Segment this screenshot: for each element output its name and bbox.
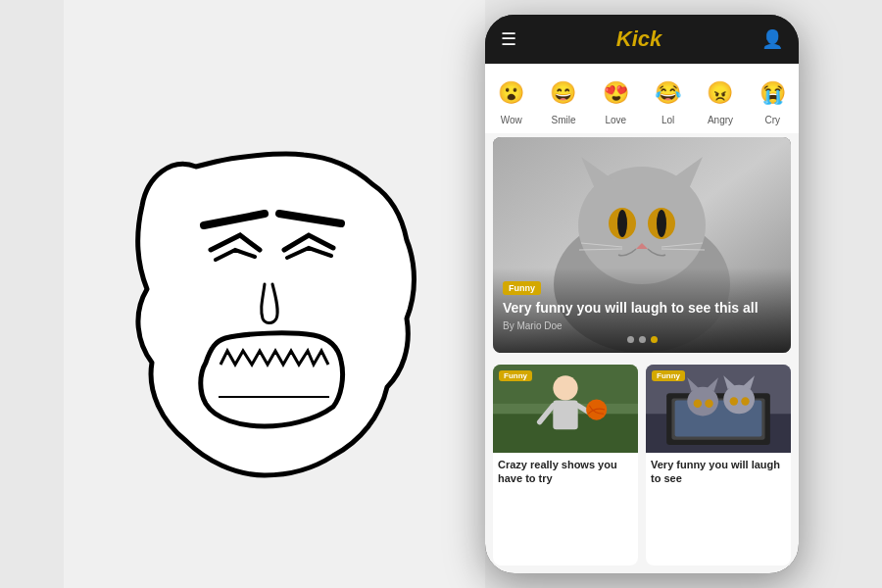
small-card-2-title: Very funny you will laugh to see [651,458,786,486]
app-title: Kick [616,26,662,52]
troll-face-drawing [118,108,431,480]
svg-point-39 [730,397,738,405]
hero-tag-badge: Funny [503,281,541,295]
wow-emoji-icon: 😮 [492,74,531,113]
svg-point-38 [705,399,712,407]
angry-label: Angry [708,115,733,125]
small-card-2[interactable]: Funny Very funny you will laugh to see [646,365,791,565]
love-label: Love [605,115,626,125]
user-icon[interactable]: 👤 [761,28,783,50]
emoji-love[interactable]: 😍 Love [596,74,635,125]
dot-1 [627,336,634,343]
emoji-smile[interactable]: 😄 Smile [544,74,583,125]
cry-label: Cry [765,115,781,125]
small-card-1-text: Crazy really shows you have to try [493,453,638,491]
hero-overlay: Funny Very funny you will laugh to see t… [493,268,791,353]
smile-label: Smile [551,115,575,125]
emoji-angry[interactable]: 😠 Angry [701,74,740,125]
drawing-area [64,0,485,588]
emoji-row: 😮 Wow 😄 Smile 😍 Love 😂 Lol 😠 Angr [485,64,799,133]
svg-point-12 [657,210,666,237]
svg-point-11 [617,210,627,237]
lol-label: Lol [662,115,674,125]
small-card-2-text: Very funny you will laugh to see [646,453,791,491]
dot-2 [639,336,646,343]
cards-grid: Funny Crazy really shows you have to try [485,357,799,573]
svg-point-31 [687,387,718,416]
hero-author: By Mario Doe [503,320,781,331]
small-card-1-title: Crazy really shows you have to try [498,458,633,486]
emoji-cry[interactable]: 😭 Cry [753,74,792,125]
small-card-1-tag: Funny [499,370,532,381]
smile-emoji-icon: 😄 [544,74,583,113]
hero-dots [503,336,781,343]
lol-emoji-icon: 😂 [649,74,688,113]
svg-point-32 [723,385,755,415]
emoji-wow[interactable]: 😮 Wow [492,74,531,125]
emoji-lol[interactable]: 😂 Lol [649,74,688,125]
small-card-1[interactable]: Funny Crazy really shows you have to try [493,365,638,565]
wow-label: Wow [501,115,522,125]
small-card-2-tag: Funny [652,370,685,381]
hero-card[interactable]: Funny Very funny you will laugh to see t… [493,137,791,353]
app-header: ☰ Kick 👤 [485,15,799,64]
phone-mockup: ☰ Kick 👤 😮 Wow 😄 Smile 😍 Love [485,15,799,573]
small-card-1-image: Funny [493,365,638,453]
svg-rect-22 [553,401,577,430]
hero-title: Very funny you will laugh to see this al… [503,299,781,317]
svg-point-37 [694,399,702,407]
app-content: 😮 Wow 😄 Smile 😍 Love 😂 Lol 😠 Angr [485,64,799,573]
angry-emoji-icon: 😠 [701,74,740,113]
cry-emoji-icon: 😭 [753,74,792,113]
page-wrapper: ☰ Kick 👤 😮 Wow 😄 Smile 😍 Love [0,0,882,588]
svg-point-40 [741,397,749,405]
dot-3-active [651,336,658,343]
love-emoji-icon: 😍 [596,74,635,113]
small-card-2-image: Funny [646,365,791,453]
svg-point-21 [553,375,577,400]
hamburger-icon[interactable]: ☰ [501,28,516,50]
